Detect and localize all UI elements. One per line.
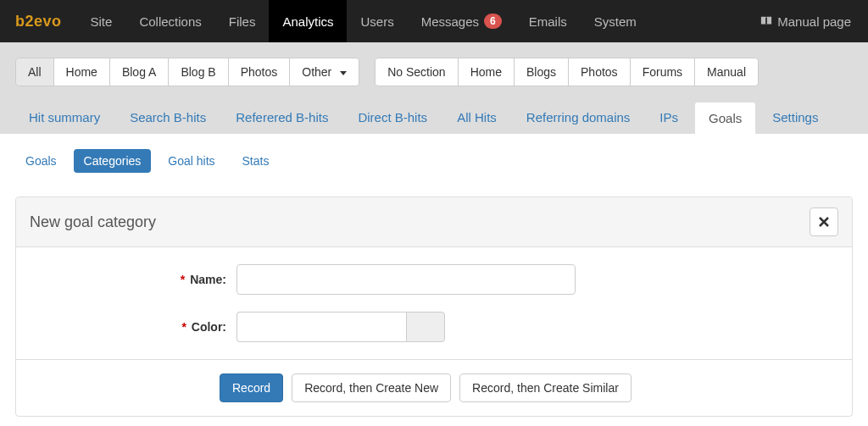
tab-search-bhits[interactable]: Search B-hits [116, 102, 220, 134]
main-nav: Site Collections Files Analytics Users M… [77, 0, 744, 42]
color-picker-button[interactable] [406, 312, 445, 342]
record-create-new-button[interactable]: Record, then Create New [292, 373, 451, 402]
color-input-group [236, 312, 445, 342]
sec-photos[interactable]: Photos [568, 58, 631, 86]
goals-subnav: Goals Categories Goal hits Stats [15, 149, 853, 188]
required-mark: * [181, 273, 185, 286]
toolbar-area: All Home Blog A Blog B Photos Other No S… [0, 42, 868, 134]
tab-ips[interactable]: IPs [646, 102, 692, 134]
name-label-text: Name: [190, 273, 226, 286]
analytics-tabs: Hit summary Search B-hits Referered B-hi… [15, 102, 853, 134]
nav-messages-label: Messages [421, 14, 479, 29]
brand-logo[interactable]: b2evo [0, 13, 77, 30]
book-icon [760, 15, 772, 27]
sec-blogs[interactable]: Blogs [514, 58, 569, 86]
nav-users[interactable]: Users [347, 0, 407, 42]
close-icon [819, 217, 829, 227]
record-create-similar-button[interactable]: Record, then Create Similar [459, 373, 632, 402]
coll-home[interactable]: Home [53, 58, 110, 86]
sec-home[interactable]: Home [458, 58, 515, 86]
panel-body: * Name: * Color: [16, 247, 852, 359]
tab-goals[interactable]: Goals [694, 102, 756, 134]
tab-referred-bhits[interactable]: Referered B-hits [222, 102, 342, 134]
color-label: * Color: [33, 320, 236, 334]
color-row: * Color: [33, 312, 835, 342]
sec-no-section[interactable]: No Section [375, 58, 458, 86]
pill-goal-hits[interactable]: Goal hits [158, 149, 225, 173]
collection-selector-row: All Home Blog A Blog B Photos Other No S… [15, 58, 853, 86]
sec-manual[interactable]: Manual [694, 58, 759, 86]
pill-stats[interactable]: Stats [232, 149, 280, 173]
manual-page-label: Manual page [777, 14, 851, 29]
chevron-down-icon [340, 71, 347, 75]
nav-files[interactable]: Files [215, 0, 270, 42]
nav-messages[interactable]: Messages 6 [408, 0, 515, 42]
tab-all-hits[interactable]: All Hits [443, 102, 510, 134]
name-row: * Name: [33, 264, 835, 295]
messages-badge: 6 [484, 14, 502, 29]
section-group: No Section Home Blogs Photos Forums Manu… [375, 58, 759, 86]
pill-goals[interactable]: Goals [15, 149, 67, 173]
panel-header: New goal category [16, 197, 852, 247]
tab-direct-bhits[interactable]: Direct B-hits [344, 102, 441, 134]
coll-all[interactable]: All [15, 58, 54, 86]
new-category-panel: New goal category * Name: * Color: [15, 196, 853, 417]
name-label: * Name: [33, 273, 236, 286]
nav-analytics[interactable]: Analytics [269, 0, 347, 42]
tab-settings[interactable]: Settings [759, 102, 832, 134]
nav-collections[interactable]: Collections [125, 0, 214, 42]
record-button[interactable]: Record [220, 373, 283, 402]
required-mark: * [181, 320, 186, 334]
tab-referring-domains[interactable]: Referring domains [513, 102, 644, 134]
panel-close-button[interactable] [810, 207, 838, 236]
top-navbar: b2evo Site Collections Files Analytics U… [0, 0, 868, 42]
name-input[interactable] [236, 264, 576, 295]
panel-title: New goal category [30, 213, 156, 231]
manual-page-link[interactable]: Manual page [743, 14, 868, 29]
tab-hit-summary[interactable]: Hit summary [15, 102, 114, 134]
coll-blog-b[interactable]: Blog B [168, 58, 228, 86]
nav-site[interactable]: Site [77, 0, 126, 42]
coll-other-label: Other [302, 65, 331, 79]
content-area: Goals Categories Goal hits Stats New goa… [0, 134, 868, 426]
color-input[interactable] [236, 312, 406, 342]
color-label-text: Color: [192, 320, 226, 334]
nav-emails[interactable]: Emails [515, 0, 581, 42]
pill-categories[interactable]: Categories [74, 149, 152, 173]
nav-system[interactable]: System [581, 0, 650, 42]
coll-other-dropdown[interactable]: Other [289, 58, 359, 86]
coll-blog-a[interactable]: Blog A [109, 58, 169, 86]
coll-photos[interactable]: Photos [228, 58, 291, 86]
collection-group: All Home Blog A Blog B Photos Other [15, 58, 359, 86]
panel-footer: Record Record, then Create New Record, t… [16, 359, 852, 416]
sec-forums[interactable]: Forums [630, 58, 695, 86]
